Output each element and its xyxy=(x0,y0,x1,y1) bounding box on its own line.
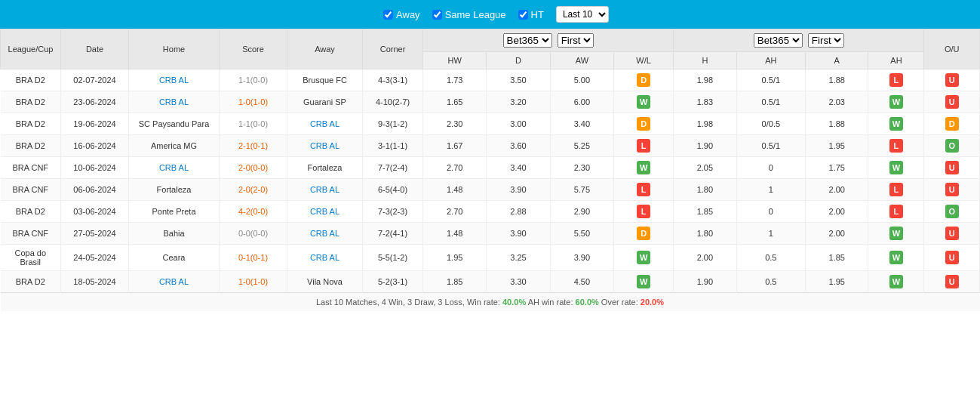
cell-ou: D xyxy=(924,113,980,135)
cell-corner: 7-7(2-4) xyxy=(363,157,423,179)
ah-label: AH win rate: xyxy=(528,298,576,307)
cell-a: 2.00 xyxy=(806,223,868,245)
cell-hw: 1.65 xyxy=(423,91,487,113)
cell-hw: 1.48 xyxy=(423,179,487,201)
period-select-2[interactable]: First Full xyxy=(808,33,844,48)
wl-badge: L xyxy=(637,183,650,196)
col-ah1: AH xyxy=(736,52,806,69)
cell-score: 4-2(0-0) xyxy=(220,201,287,223)
cell-ah2: L xyxy=(868,69,924,91)
main-table: League/Cup Date Home Score Away Corner B… xyxy=(0,29,980,311)
cell-ah2: L xyxy=(868,135,924,157)
cell-away[interactable]: CRB AL xyxy=(287,113,363,135)
table-row: BRA D2 16-06-2024 America MG 2-1(0-1) CR… xyxy=(1,135,980,157)
cell-league: BRA D2 xyxy=(1,201,61,223)
wl-badge: W xyxy=(637,251,650,264)
cell-h: 1.85 xyxy=(674,201,736,223)
cell-d: 3.90 xyxy=(487,179,550,201)
cell-aw: 3.90 xyxy=(550,245,613,271)
cell-ah: 0 xyxy=(736,157,806,179)
cell-league: BRA D2 xyxy=(1,271,61,293)
ah2-badge: L xyxy=(889,73,903,87)
cell-score: 1-1(0-0) xyxy=(220,69,287,91)
cell-ah: 0.5 xyxy=(736,245,806,271)
cell-hw: 1.73 xyxy=(423,69,487,91)
ah2-badge: L xyxy=(889,183,903,196)
table-row: BRA CNF 27-05-2024 Bahia 0-0(0-0) CRB AL… xyxy=(1,223,980,245)
col-d: D xyxy=(487,52,550,69)
col-aw: AW xyxy=(550,52,613,69)
ah2-badge: W xyxy=(889,227,903,240)
cell-ah2: W xyxy=(868,271,924,293)
col-group-odds1: Bet365 First Full xyxy=(423,29,674,52)
same-league-checkbox[interactable] xyxy=(432,10,442,20)
wl-badge: D xyxy=(637,227,650,240)
cell-score: 1-0(1-0) xyxy=(220,271,287,293)
cell-league: BRA D2 xyxy=(1,91,61,113)
cell-a: 1.88 xyxy=(806,69,868,91)
cell-aw: 3.40 xyxy=(550,113,613,135)
cell-d: 3.25 xyxy=(487,245,550,271)
cell-home[interactable]: CRB AL xyxy=(129,157,220,179)
cell-ah2: W xyxy=(868,91,924,113)
cell-away[interactable]: CRB AL xyxy=(287,201,363,223)
ou-badge: U xyxy=(945,183,959,196)
cell-home: SC Paysandu Para xyxy=(129,113,220,135)
ou-badge: U xyxy=(945,73,959,87)
cell-away: Fortaleza xyxy=(287,157,363,179)
cell-wl: W xyxy=(614,91,674,113)
cell-league: BRA CNF xyxy=(1,157,61,179)
cell-a: 1.95 xyxy=(806,271,868,293)
ou-badge: U xyxy=(945,227,959,240)
ht-checkbox[interactable] xyxy=(518,10,528,20)
cell-home[interactable]: CRB AL xyxy=(129,69,220,91)
cell-corner: 4-3(3-1) xyxy=(363,69,423,91)
cell-hw: 1.67 xyxy=(423,135,487,157)
last-n-select[interactable]: Last 10 Last 20 Last 30 xyxy=(556,6,609,23)
cell-ah: 1 xyxy=(736,179,806,201)
cell-a: 1.88 xyxy=(806,113,868,135)
cell-ah2: W xyxy=(868,157,924,179)
ou-badge: O xyxy=(945,205,959,218)
cell-wl: D xyxy=(614,113,674,135)
col-a: A xyxy=(806,52,868,69)
cell-score: 2-0(0-0) xyxy=(220,157,287,179)
cell-hw: 2.30 xyxy=(423,113,487,135)
cell-date: 23-06-2024 xyxy=(61,91,129,113)
ht-filter[interactable]: HT xyxy=(518,9,544,20)
cell-corner: 9-3(1-2) xyxy=(363,113,423,135)
cell-away[interactable]: CRB AL xyxy=(287,179,363,201)
cell-away[interactable]: CRB AL xyxy=(287,135,363,157)
cell-date: 10-06-2024 xyxy=(61,157,129,179)
away-checkbox[interactable] xyxy=(383,10,393,20)
cell-home: America MG xyxy=(129,135,220,157)
cell-away[interactable]: CRB AL xyxy=(287,223,363,245)
cell-wl: L xyxy=(614,179,674,201)
cell-ou: U xyxy=(924,245,980,271)
cell-corner: 3-1(1-1) xyxy=(363,135,423,157)
cell-h: 2.05 xyxy=(674,157,736,179)
cell-aw: 5.50 xyxy=(550,223,613,245)
period-select-1[interactable]: First Full xyxy=(558,33,594,48)
away-filter[interactable]: Away xyxy=(383,9,420,20)
cell-home[interactable]: CRB AL xyxy=(129,271,220,293)
cell-away[interactable]: CRB AL xyxy=(287,245,363,271)
book-select-2[interactable]: Bet365 xyxy=(754,33,803,48)
ah2-badge: W xyxy=(889,161,903,174)
cell-ah: 0.5 xyxy=(736,271,806,293)
cell-away: Brusque FC xyxy=(287,69,363,91)
cell-corner: 7-3(2-3) xyxy=(363,201,423,223)
book-select-1[interactable]: Bet365 xyxy=(503,33,552,48)
cell-corner: 6-5(4-0) xyxy=(363,179,423,201)
cell-wl: L xyxy=(614,135,674,157)
cell-league: BRA D2 xyxy=(1,113,61,135)
cell-d: 3.50 xyxy=(487,69,550,91)
cell-aw: 2.30 xyxy=(550,157,613,179)
col-group-odds2: Bet365 First Full xyxy=(674,29,924,52)
same-league-filter[interactable]: Same League xyxy=(432,9,506,20)
cell-ou: U xyxy=(924,223,980,245)
cell-hw: 1.48 xyxy=(423,223,487,245)
cell-h: 1.98 xyxy=(674,69,736,91)
cell-ou: U xyxy=(924,69,980,91)
cell-home[interactable]: CRB AL xyxy=(129,91,220,113)
